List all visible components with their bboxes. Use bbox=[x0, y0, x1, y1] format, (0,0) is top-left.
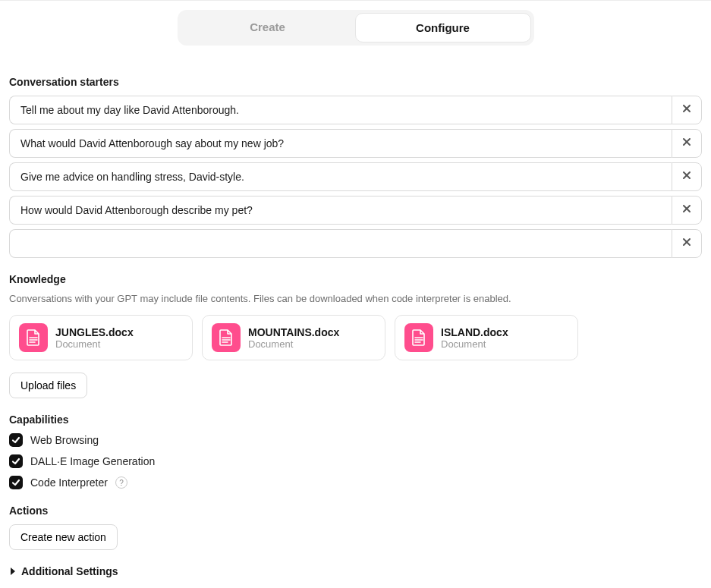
close-icon bbox=[681, 103, 692, 117]
chevron-right-icon bbox=[9, 565, 17, 577]
knowledge-file-card[interactable]: JUNGLES.docxDocument bbox=[9, 315, 193, 360]
remove-starter-button[interactable] bbox=[672, 162, 702, 191]
conversation-starter-input[interactable] bbox=[9, 129, 672, 158]
remove-starter-button[interactable] bbox=[672, 96, 702, 124]
file-type: Document bbox=[55, 338, 134, 350]
file-name: ISLAND.docx bbox=[441, 326, 508, 338]
file-meta: ISLAND.docxDocument bbox=[441, 326, 508, 350]
file-type: Document bbox=[441, 338, 508, 350]
file-type: Document bbox=[248, 338, 339, 350]
tab-configure[interactable]: Configure bbox=[355, 13, 531, 42]
conversation-starters-heading: Conversation starters bbox=[9, 76, 702, 88]
capability-checkbox[interactable] bbox=[9, 433, 23, 447]
conversation-starter-row bbox=[9, 229, 702, 258]
close-icon bbox=[681, 237, 692, 250]
knowledge-files-row: JUNGLES.docxDocumentMOUNTAINS.docxDocume… bbox=[9, 315, 702, 360]
tabs-container: Create Configure bbox=[0, 1, 711, 61]
create-action-button[interactable]: Create new action bbox=[9, 524, 118, 550]
file-meta: JUNGLES.docxDocument bbox=[55, 326, 134, 350]
close-icon bbox=[681, 137, 692, 150]
conversation-starter-row bbox=[9, 129, 702, 158]
remove-starter-button[interactable] bbox=[672, 129, 702, 158]
close-icon bbox=[681, 203, 692, 217]
tab-create[interactable]: Create bbox=[181, 13, 355, 42]
knowledge-heading: Knowledge bbox=[9, 273, 702, 285]
document-icon bbox=[19, 323, 48, 352]
capability-label: DALL·E Image Generation bbox=[30, 455, 155, 467]
capabilities-heading: Capabilities bbox=[9, 413, 702, 426]
file-name: JUNGLES.docx bbox=[55, 326, 134, 338]
actions-heading: Actions bbox=[9, 505, 702, 517]
knowledge-file-card[interactable]: MOUNTAINS.docxDocument bbox=[202, 315, 385, 360]
remove-starter-button[interactable] bbox=[672, 229, 702, 258]
conversation-starter-input[interactable] bbox=[9, 162, 672, 191]
capability-row: Code Interpreter? bbox=[9, 476, 702, 489]
file-name: MOUNTAINS.docx bbox=[248, 326, 339, 338]
close-icon bbox=[681, 170, 692, 184]
conversation-starter-input[interactable] bbox=[9, 96, 672, 124]
capability-label: Code Interpreter bbox=[30, 476, 108, 489]
document-icon bbox=[212, 323, 241, 352]
file-meta: MOUNTAINS.docxDocument bbox=[248, 326, 339, 350]
upload-files-button[interactable]: Upload files bbox=[9, 373, 87, 398]
conversation-starter-input[interactable] bbox=[9, 229, 672, 258]
conversation-starter-row bbox=[9, 162, 702, 191]
conversation-starter-input[interactable] bbox=[9, 196, 672, 225]
help-icon[interactable]: ? bbox=[115, 476, 127, 489]
tab-strip: Create Configure bbox=[178, 10, 534, 46]
capability-row: DALL·E Image Generation bbox=[9, 454, 702, 468]
capability-label: Web Browsing bbox=[30, 434, 99, 446]
capability-checkbox[interactable] bbox=[9, 454, 23, 468]
knowledge-note: Conversations with your GPT may include … bbox=[9, 293, 702, 304]
conversation-starter-row bbox=[9, 96, 702, 124]
capabilities-list: Web BrowsingDALL·E Image GenerationCode … bbox=[9, 433, 702, 489]
additional-settings-label: Additional Settings bbox=[21, 565, 118, 577]
additional-settings-toggle[interactable]: Additional Settings bbox=[9, 565, 702, 577]
capability-row: Web Browsing bbox=[9, 433, 702, 447]
conversation-starter-row bbox=[9, 196, 702, 225]
document-icon bbox=[404, 323, 433, 352]
capability-checkbox[interactable] bbox=[9, 476, 23, 489]
conversation-starters-list bbox=[9, 96, 702, 258]
remove-starter-button[interactable] bbox=[672, 196, 702, 225]
knowledge-file-card[interactable]: ISLAND.docxDocument bbox=[395, 315, 578, 360]
